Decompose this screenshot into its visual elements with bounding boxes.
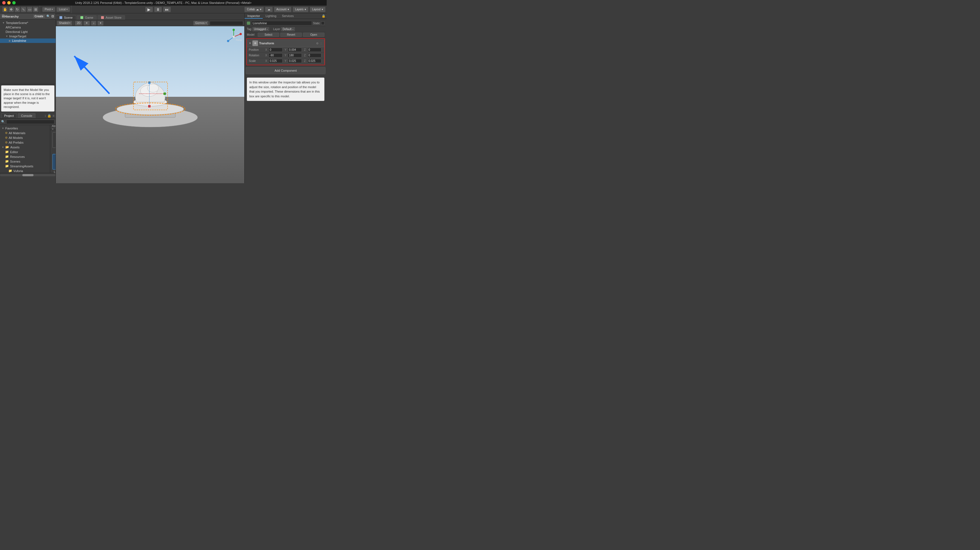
model-select-button[interactable]: Select	[258, 33, 279, 37]
model-open-button[interactable]: Open	[303, 33, 325, 37]
tab-services[interactable]: Services	[279, 14, 296, 19]
project-search-input[interactable]	[6, 120, 54, 124]
scale-tool[interactable]: ⤡	[21, 7, 26, 12]
folder-icon: ⊚	[5, 141, 8, 144]
tab-game[interactable]: Game	[77, 15, 97, 20]
rotation-z-input[interactable]	[307, 53, 321, 57]
position-x-input[interactable]	[269, 48, 283, 52]
rotate-tool[interactable]: ↻	[14, 7, 20, 12]
local-dropdown-icon: ▾	[67, 8, 68, 11]
2d-button[interactable]: 2D	[75, 21, 83, 26]
viewport-gizmo: Persp	[225, 29, 242, 45]
inspector-lock-icon[interactable]: 🔒	[321, 14, 326, 18]
gizmos-button[interactable]: Gizmos ▾	[193, 21, 208, 26]
project-sync-icon[interactable]: ↕	[45, 114, 46, 118]
z-label: Z	[304, 54, 307, 57]
tag-dropdown[interactable]: Untagged ▾	[252, 27, 269, 31]
hierarchy-item-lionshrine[interactable]: ▶ Lionshrine	[0, 38, 56, 43]
svg-point-23	[232, 36, 235, 38]
tree-scenes[interactable]: 📁 Scenes	[0, 159, 50, 164]
project-menu-icon[interactable]: ≡	[52, 114, 54, 118]
position-z-input[interactable]	[307, 48, 321, 52]
scale-y-input[interactable]	[288, 59, 302, 63]
hierarchy-expand-icon[interactable]: ⊡	[51, 14, 54, 18]
position-row: Position X Y Z	[247, 47, 324, 53]
scene-search-input[interactable]	[210, 21, 243, 25]
play-button[interactable]: ▶	[145, 7, 153, 12]
tag-layer-row: Tag Untagged ▾ Layer Default ▾	[246, 27, 326, 32]
lighting-button[interactable]: ☀	[83, 21, 90, 26]
maximize-button[interactable]	[12, 1, 16, 5]
layer-dropdown[interactable]: Default ▾	[281, 27, 294, 31]
close-button[interactable]	[2, 1, 6, 5]
scale-x-input[interactable]	[269, 59, 283, 63]
pivot-button[interactable]: Pivot ▾	[42, 7, 55, 12]
asset-scrollbar[interactable]	[0, 173, 56, 177]
hierarchy-item-directionallight[interactable]: Directional Light	[0, 30, 56, 34]
gameobject-enabled-checkbox[interactable]	[247, 22, 250, 25]
tab-lighting[interactable]: Lighting	[263, 14, 279, 19]
tree-favorites[interactable]: ▼ Favorites	[0, 126, 50, 130]
rect-tool[interactable]: ▭	[27, 7, 32, 12]
tree-editor[interactable]: 📁 Editor	[0, 149, 50, 154]
transform-menu-icon[interactable]: ⋮	[320, 42, 323, 45]
shading-dropdown[interactable]: Shaded ▾	[57, 21, 72, 26]
tab-scene[interactable]: Scene	[56, 15, 76, 20]
collab-button[interactable]: Collab ☁ ▾	[244, 7, 264, 12]
tree-item-label: Favorites	[5, 127, 18, 130]
project-lock-icon[interactable]: 🔒	[47, 114, 51, 118]
hierarchy-item-templatescene[interactable]: ▼ TemplateScene*	[0, 21, 56, 25]
tree-all-materials[interactable]: ⊚ All Materials	[0, 130, 50, 135]
asset-item-editor[interactable]: ▪ Editor	[52, 132, 56, 152]
gameobject-header: Static	[246, 20, 326, 27]
transform-settings-icon[interactable]: ⚙	[316, 42, 318, 45]
inspector-content: Static Tag Untagged ▾ Layer Default ▾	[245, 19, 327, 183]
pause-button[interactable]: ⏸	[154, 7, 162, 12]
tab-console[interactable]: Console	[18, 113, 35, 118]
transform-tool[interactable]: ⊞	[33, 7, 38, 12]
layout-button[interactable]: Layout ▾	[310, 7, 326, 12]
traffic-lights[interactable]	[2, 1, 16, 5]
model-revert-button[interactable]: Revert	[280, 33, 302, 37]
scale-z-input[interactable]	[307, 59, 321, 63]
step-button[interactable]: ⏭	[163, 7, 171, 12]
folder-icon: ⊚	[5, 131, 8, 135]
hierarchy-item-arcamera[interactable]: ARCamera	[0, 25, 56, 30]
tree-all-prefabs[interactable]: ⊚ All Prefabs	[0, 140, 50, 145]
search-icon: 🔍	[1, 120, 5, 124]
tab-asset-store[interactable]: Asset Store	[97, 15, 125, 20]
y-label: Y	[285, 59, 287, 62]
add-component-button[interactable]: Add Component	[246, 67, 326, 74]
hierarchy-create-button[interactable]: Create	[33, 14, 45, 18]
rotation-x-input[interactable]	[269, 53, 283, 57]
scroll-thumb[interactable]	[22, 174, 33, 176]
position-y-input[interactable]	[288, 48, 302, 52]
tab-inspector[interactable]: Inspector	[245, 14, 263, 19]
static-checkbox[interactable]	[321, 22, 325, 25]
local-button[interactable]: Local ▾	[56, 7, 70, 12]
tree-assets[interactable]: ▼ 📂 Assets	[0, 145, 50, 149]
scene-tab-label: Scene	[64, 16, 73, 19]
account-button[interactable]: Account ▾	[274, 7, 291, 12]
hierarchy-item-imagetarget[interactable]: ▼ ImageTarget	[0, 34, 56, 38]
hierarchy-search-icon[interactable]: 🔍	[46, 14, 50, 18]
move-tool[interactable]: ✥	[8, 7, 14, 12]
cloud-button[interactable]: ☁	[265, 7, 273, 12]
tab-project[interactable]: Project	[1, 113, 17, 118]
tree-all-models[interactable]: ⊚ All Models	[0, 135, 50, 140]
scene-viewport: Persp	[56, 26, 244, 183]
tree-streaming-assets[interactable]: 📁 StreamingAssets	[0, 164, 50, 168]
minimize-button[interactable]	[7, 1, 11, 5]
rotation-y-input[interactable]	[288, 53, 302, 57]
tree-vuforia1[interactable]: 📁 Vuforia	[0, 168, 50, 173]
audio-button[interactable]: ♪	[91, 21, 96, 26]
project-panel: Project Console ↕ 🔒 ≡ 🔍	[0, 113, 56, 177]
tree-item-label: All Materials	[9, 132, 25, 135]
tree-resources[interactable]: 📁 Resources	[0, 154, 50, 159]
asset-item-lionshrine[interactable]: ▶ Lionshrine	[52, 154, 56, 173]
layers-button[interactable]: Layers ▾	[293, 7, 309, 12]
gameobject-name-field[interactable]	[251, 21, 312, 25]
hand-tool[interactable]: ✋	[2, 7, 8, 12]
scroll-track[interactable]	[0, 174, 56, 176]
fx-button[interactable]: ✦	[97, 21, 103, 26]
